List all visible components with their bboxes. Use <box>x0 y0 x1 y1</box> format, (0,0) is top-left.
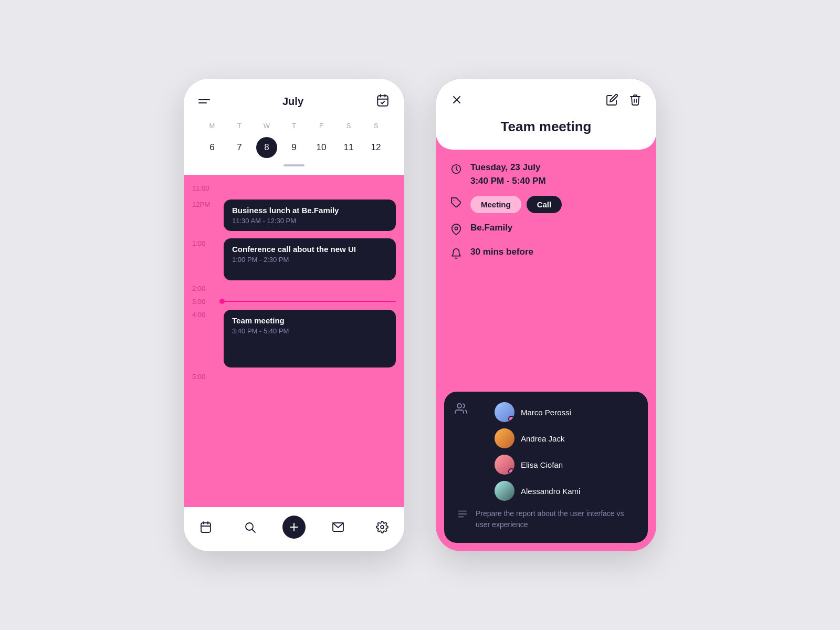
svg-point-19 <box>457 404 461 408</box>
mail-icon <box>332 521 344 533</box>
tags-container: Meeting Call <box>470 196 562 213</box>
avatar-elisa <box>495 455 514 475</box>
current-time-dot <box>219 299 225 304</box>
event-business-lunch[interactable]: Business lunch at Be.Family 11:30 AM - 1… <box>224 200 396 231</box>
time-slot-12pm: 12PM Business lunch at Be.Family 11:30 A… <box>184 200 404 231</box>
weekday-S2: S <box>362 120 390 132</box>
bell-icon <box>450 248 462 261</box>
event-notes: Prepare the report about the user interf… <box>476 508 635 530</box>
time-label-12pm: 12PM <box>192 200 219 208</box>
detail-title: Team meeting <box>450 119 642 135</box>
weekday-W: W <box>253 120 280 132</box>
time-label-4: 4:00 <box>192 310 219 319</box>
nav-calendar[interactable] <box>194 516 217 539</box>
location-icon <box>450 224 462 237</box>
event-business-lunch-title: Business lunch at Be.Family <box>232 206 387 215</box>
nav-settings[interactable] <box>371 516 394 539</box>
time-slot-11: 11:00 <box>184 183 404 192</box>
attendee-row-andrea: Andrea Jack <box>495 428 580 448</box>
event-conference-time: 1:00 PM - 2:30 PM <box>232 256 387 264</box>
delete-button[interactable] <box>629 93 642 108</box>
svg-rect-4 <box>201 523 211 532</box>
event-team-meeting-time: 3:40 PM - 5:40 PM <box>232 327 387 335</box>
time-label-2: 2:00 <box>192 284 219 292</box>
event-time-range: 3:40 PM - 5:40 PM <box>470 176 546 186</box>
svg-line-9 <box>253 530 256 533</box>
weekday-M: M <box>198 120 226 132</box>
detail-controls <box>450 93 642 108</box>
attendee-name-alex: Alessandro Kami <box>521 487 580 496</box>
tags-row: Meeting Call <box>450 196 642 213</box>
nav-add[interactable] <box>282 516 306 539</box>
month-title: July <box>282 96 303 108</box>
avatar-alex <box>495 481 514 501</box>
tag-call[interactable]: Call <box>527 196 562 213</box>
date-time-row: Tuesday, 23 July 3:40 PM - 5:40 PM <box>450 162 642 186</box>
avatar-andrea <box>495 428 514 448</box>
close-button[interactable] <box>450 93 463 108</box>
nav-mail[interactable] <box>327 516 350 539</box>
attendee-name-marco: Marco Perossi <box>521 408 571 417</box>
search-icon <box>244 521 256 533</box>
date-10[interactable]: 10 <box>308 137 335 158</box>
edit-button[interactable] <box>606 93 618 108</box>
time-label-11: 11:00 <box>192 183 219 192</box>
time-label-1: 1:00 <box>192 238 219 247</box>
event-conference-call[interactable]: Conference call about the new UI 1:00 PM… <box>224 238 396 280</box>
date-7[interactable]: 7 <box>226 137 253 158</box>
event-business-lunch-time: 11:30 AM - 12:30 PM <box>232 217 387 225</box>
nav-search[interactable] <box>238 516 261 539</box>
time-label-3: 3:00 <box>192 297 219 306</box>
event-reminder: 30 mins before <box>470 247 533 257</box>
detail-header: Team meeting <box>436 79 656 150</box>
event-team-meeting[interactable]: Team meeting 3:40 PM - 5:40 PM <box>224 310 396 368</box>
dates-row: 6 7 8 9 10 11 12 <box>198 137 390 158</box>
weekday-T2: T <box>280 120 308 132</box>
calendar-check-icon[interactable] <box>376 93 390 109</box>
location-row: Be.Family <box>450 223 642 237</box>
right-panel: Team meeting Tuesday, 23 July 3:40 PM - … <box>436 79 656 551</box>
date-time-text: Tuesday, 23 July 3:40 PM - 5:40 PM <box>470 162 546 186</box>
tab-indicator <box>284 164 304 166</box>
date-11[interactable]: 11 <box>335 137 362 158</box>
calendar-header: July M T W T F S S 6 7 <box>184 79 404 175</box>
reminder-row: 30 mins before <box>450 247 642 261</box>
notes-row: Prepare the report about the user interf… <box>455 508 637 532</box>
weekday-S1: S <box>335 120 362 132</box>
attendees-card: Marco Perossi Andrea Jack Elisa Ciofan <box>444 392 648 543</box>
attendee-name-andrea: Andrea Jack <box>521 434 564 443</box>
detail-body: Tuesday, 23 July 3:40 PM - 5:40 PM Meeti… <box>436 150 656 392</box>
notes-icon <box>457 508 468 522</box>
current-time-line <box>225 301 396 302</box>
attendee-row-alex: Alessandro Kami <box>495 481 580 501</box>
weekday-F: F <box>308 120 335 132</box>
add-icon <box>288 521 300 533</box>
event-date: Tuesday, 23 July <box>470 162 546 173</box>
people-icon <box>455 402 467 417</box>
weekdays-row: M T W T F S S <box>198 120 390 132</box>
bottom-nav <box>184 507 404 551</box>
date-6[interactable]: 6 <box>198 137 226 158</box>
calendar-nav-icon <box>200 521 212 533</box>
delete-icon <box>629 93 642 106</box>
event-team-meeting-title: Team meeting <box>232 316 387 325</box>
attendee-name-elisa: Elisa Ciofan <box>521 460 563 469</box>
date-8-selected[interactable]: 8 <box>256 137 277 158</box>
date-9[interactable]: 9 <box>280 137 308 158</box>
left-phone: July M T W T F S S 6 7 <box>184 79 404 551</box>
time-label-5: 5:00 <box>192 372 219 381</box>
time-slot-4: 4:00 Team meeting 3:40 PM - 5:40 PM <box>184 310 404 368</box>
event-conference-title: Conference call about the new UI <box>232 245 387 254</box>
attendee-list: Marco Perossi Andrea Jack Elisa Ciofan <box>475 402 580 501</box>
date-12[interactable]: 12 <box>362 137 390 158</box>
svg-point-18 <box>455 227 458 230</box>
menu-icon[interactable] <box>198 99 210 103</box>
attendees-header: Marco Perossi Andrea Jack Elisa Ciofan <box>455 402 637 501</box>
schedule-area: 11:00 12PM Business lunch at Be.Family 1… <box>184 175 404 507</box>
attendee-row-elisa: Elisa Ciofan <box>495 455 580 475</box>
tag-icon <box>450 197 462 211</box>
weekday-T1: T <box>226 120 253 132</box>
settings-icon <box>376 521 388 533</box>
avatar-badge-elisa <box>508 468 514 475</box>
tag-meeting[interactable]: Meeting <box>470 196 521 213</box>
